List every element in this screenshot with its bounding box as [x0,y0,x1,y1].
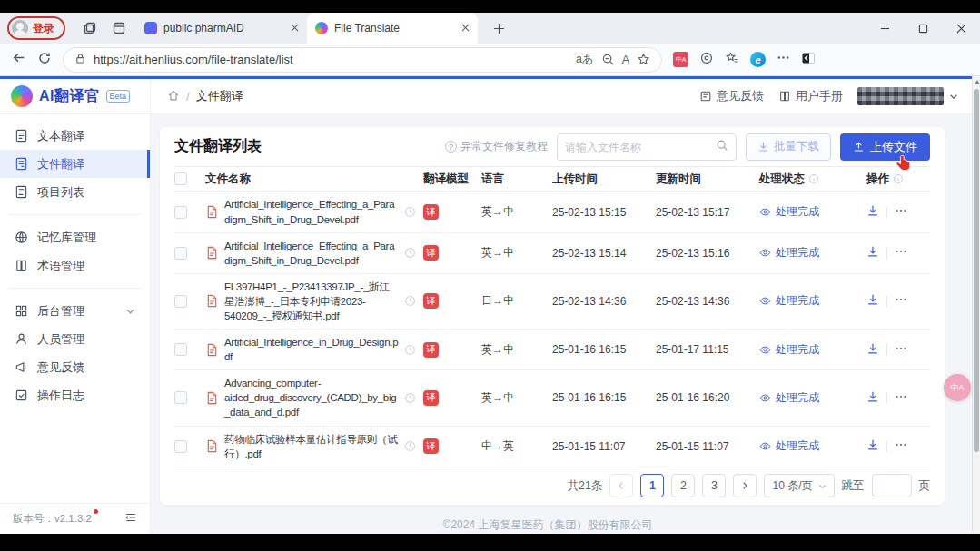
browser-tab-pharmaid[interactable]: public pharmAID [136,13,307,44]
actions-cell [866,342,930,358]
row-checkbox[interactable] [174,391,187,404]
sidebar-item-logs[interactable]: 操作日志 [0,381,150,409]
favorite-star-icon[interactable] [637,53,650,66]
collapse-sidebar-icon[interactable] [124,511,137,527]
table-row[interactable]: Artificial_Intelligence_Effecting_a_Para… [174,192,930,232]
sidebar-panel-icon[interactable] [801,51,816,69]
prev-page-button[interactable] [609,474,633,497]
per-page-select[interactable]: 10 条/页 [764,474,834,497]
sidebar-item-personnel[interactable]: 人员管理 [0,325,150,353]
table-row[interactable]: 药物临床试验样本量估计指导原则（试行）.pdf 译 中→英 25-01-15 1… [174,427,930,467]
row-checkbox[interactable] [174,206,187,219]
status-cell[interactable]: 处理完成 [759,438,866,454]
download-icon[interactable] [866,342,879,358]
page-button-1[interactable]: 1 [640,474,664,497]
read-aloud-icon[interactable]: A [622,54,629,66]
browser-profile-button[interactable]: 登录 [7,16,65,40]
close-button[interactable] [942,13,980,44]
search-input[interactable] [565,141,716,153]
select-all-checkbox[interactable] [174,172,187,185]
sidebar-item-memory[interactable]: 记忆库管理 [0,223,150,251]
app-title: AI翻译官 [39,87,100,106]
sidebar-item-text-translate[interactable]: 文本翻译 [0,122,150,150]
jump-page-input[interactable] [872,474,912,497]
row-checkbox[interactable] [174,247,187,260]
page-scrollbar[interactable] [972,76,980,534]
batch-download-button[interactable]: 批量下载 [746,133,831,161]
operation-log-icon [15,389,28,402]
refresh-icon[interactable] [37,51,52,69]
sidebar-item-file-translate[interactable]: 文件翻译 [0,150,150,178]
app-logo[interactable]: AI翻译官 Beta [0,79,151,113]
workspaces-icon[interactable] [78,16,102,40]
upload-button[interactable]: 上传文件 [840,133,930,161]
file-name-cell: Artificial_Intelligence_Effecting_a_Para… [205,197,423,226]
view-eye-icon [759,440,771,452]
status-cell[interactable]: 处理完成 [759,390,866,406]
status-cell[interactable]: 处理完成 [759,245,866,261]
sidebar-item-feedback[interactable]: 意见反馈 [0,353,150,381]
table-row[interactable]: Advancing_computer-aided_drug_discovery_… [174,370,930,426]
translate-page-icon[interactable]: aあ [576,52,594,67]
scroll-up-arrow[interactable] [975,80,980,84]
feedback-link[interactable]: 意见反馈 [699,88,764,104]
scrollbar-thumb[interactable] [974,89,979,452]
collections-icon[interactable] [725,51,739,69]
more-actions-icon[interactable] [895,245,907,261]
pagination: 共21条 1 2 3 10 条/页 跳至 页 [174,467,930,505]
tab-close-icon[interactable] [461,22,470,34]
tab-close-icon[interactable] [291,22,299,34]
more-actions-icon[interactable] [895,293,907,309]
upload-time-cell: 25-02-13 15:15 [552,206,656,219]
url-toolbar: https://ait.henlius.com/file-translate/l… [0,44,980,76]
row-checkbox[interactable] [174,295,187,308]
table-row[interactable]: Artificial_Intelligence_in_Drug_Design.p… [174,330,930,370]
vertical-tabs-icon[interactable] [107,16,131,40]
translate-float-button[interactable]: 中A [944,374,971,401]
lock-icon[interactable] [74,52,86,68]
more-actions-icon[interactable] [895,438,907,454]
browser-logo-icon[interactable]: e [750,52,766,67]
back-icon[interactable] [11,50,26,69]
row-checkbox[interactable] [174,343,187,356]
address-bar[interactable]: https://ait.henlius.com/file-translate/l… [63,47,662,73]
minimize-button[interactable] [866,13,904,44]
maximize-button[interactable] [904,13,942,44]
more-icon[interactable] [777,51,790,68]
next-page-button[interactable] [733,474,757,497]
more-actions-icon[interactable] [895,204,907,220]
more-actions-icon[interactable] [895,342,907,358]
sidebar-item-terminology[interactable]: 术语管理 [0,251,150,280]
table-row[interactable]: FL397H4P1_-_P23413397JP_-_浙江星浩澎博_-_日本专利申… [174,274,930,330]
more-actions-icon[interactable] [895,390,907,406]
extension-icon[interactable] [699,51,714,69]
sidebar-item-admin[interactable]: 后台管理 [0,297,150,325]
feedback-icon [699,90,712,103]
status-cell[interactable]: 处理完成 [759,293,866,309]
home-icon[interactable] [167,89,180,104]
table-row[interactable]: Artificial_Intelligence_Effecting_a_Para… [174,233,930,274]
status-cell[interactable]: 处理完成 [759,204,866,220]
page-button-3[interactable]: 3 [702,474,726,497]
repair-tutorial-link[interactable]: ? 异常文件修复教程 [445,139,548,154]
new-tab-button[interactable] [487,16,510,40]
page-button-2[interactable]: 2 [671,474,695,497]
zoom-out-icon[interactable] [601,53,615,66]
download-icon[interactable] [866,390,879,406]
download-icon[interactable] [866,293,879,309]
status-cell[interactable]: 处理完成 [759,342,866,358]
translate-extension-icon[interactable]: 中A [673,52,688,67]
url-text[interactable]: https://ait.henlius.com/file-translate/l… [94,53,569,66]
pdf-file-icon [205,294,219,308]
manual-link[interactable]: 用户手册 [778,88,843,104]
download-icon[interactable] [866,204,879,220]
clock-icon [404,206,416,218]
browser-tab-file-translate[interactable]: File Translate [307,13,478,44]
download-icon[interactable] [866,245,879,261]
row-checkbox[interactable] [174,440,187,453]
search-icon[interactable] [716,139,728,155]
download-icon[interactable] [866,438,879,454]
login-label[interactable]: 登录 [33,21,54,36]
user-menu[interactable] [857,87,958,105]
sidebar-item-project-list[interactable]: 项目列表 [0,178,150,206]
